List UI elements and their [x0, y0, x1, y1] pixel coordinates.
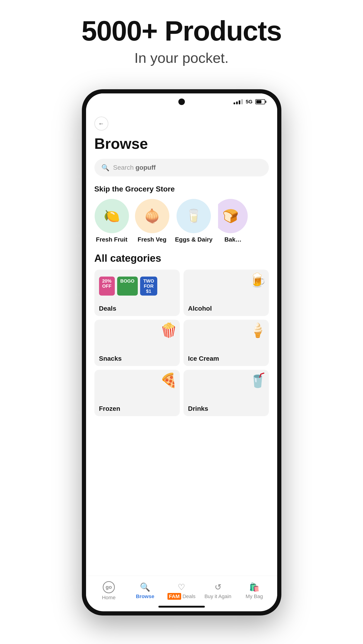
- browse-icon: 🔍: [140, 582, 150, 592]
- ice-cream-label: Ice Cream: [188, 355, 219, 362]
- nav-item-home[interactable]: go Home: [95, 581, 123, 601]
- my-bag-icon: 🛍️: [249, 582, 259, 592]
- bakery-circle: 🍞: [218, 199, 248, 233]
- alcohol-emoji: 🍺: [249, 272, 266, 288]
- grid-item-drinks[interactable]: 🥤 Drinks: [183, 370, 269, 416]
- search-bar[interactable]: 🔍 Search gopuff: [94, 159, 269, 176]
- camera-dot: [178, 98, 185, 105]
- bakery-label: Bak…: [224, 236, 241, 243]
- tag-bogo: BOGO: [117, 276, 138, 296]
- signal-bars-icon: [234, 99, 243, 104]
- hero-title: 5000+ Products: [81, 16, 281, 46]
- home-icon: go: [103, 581, 115, 593]
- fresh-veg-label: Fresh Veg: [138, 236, 166, 243]
- eggs-dairy-circle: 🥛: [177, 199, 211, 233]
- phone-screen: 5G ← Browse 🔍 Search gopu: [86, 94, 277, 611]
- nav-item-browse[interactable]: 🔍 Browse: [131, 582, 159, 600]
- nav-fam-label: FAM Deals: [167, 594, 196, 600]
- eggs-dairy-label: Eggs & Dairy: [175, 236, 213, 243]
- battery-icon: [255, 99, 265, 104]
- grid-item-deals[interactable]: 20%OFF BOGO TWOFOR$1 Deals: [94, 270, 180, 316]
- bottom-nav: go Home 🔍 Browse ♡ FAM Deals ↺ Buy it Ag…: [86, 576, 277, 606]
- battery-fill: [256, 100, 261, 104]
- drinks-emoji: 🥤: [249, 372, 266, 388]
- grid-item-frozen[interactable]: 🍕 Frozen: [94, 370, 180, 416]
- tag-twofor: TWOFOR$1: [140, 276, 158, 296]
- hero-section: 5000+ Products In your pocket.: [81, 0, 281, 75]
- nav-item-buy-again[interactable]: ↺ Buy it Again: [204, 582, 232, 600]
- status-bar: 5G: [86, 94, 277, 110]
- category-circles: 🍋 Fresh Fruit 🧅 Fresh Veg 🥛 Eggs & Dairy…: [94, 199, 269, 243]
- fam-badge: FAM: [167, 593, 181, 600]
- fresh-fruit-circle: 🍋: [95, 199, 129, 233]
- browse-title: Browse: [94, 135, 269, 152]
- all-categories-title: All categories: [94, 252, 269, 264]
- signal-label: 5G: [246, 99, 252, 105]
- alcohol-label: Alcohol: [188, 305, 212, 312]
- deals-tags: 20%OFF BOGO TWOFOR$1: [99, 276, 158, 296]
- grid-item-alcohol[interactable]: 🍺 Alcohol: [183, 270, 269, 316]
- nav-browse-label: Browse: [136, 594, 154, 600]
- phone-wrapper: 5G ← Browse 🔍 Search gopu: [82, 89, 281, 616]
- ice-cream-emoji: 🍦: [249, 322, 266, 338]
- frozen-label: Frozen: [99, 405, 120, 412]
- nav-item-my-bag[interactable]: 🛍️ My Bag: [240, 582, 268, 600]
- deals-label: Deals: [99, 305, 116, 312]
- grocery-section-title: Skip the Grocery Store: [94, 185, 269, 193]
- back-arrow-icon: ←: [98, 120, 104, 127]
- nav-my-bag-label: My Bag: [246, 594, 263, 600]
- nav-home-label: Home: [102, 594, 116, 601]
- search-placeholder: Search gopuff: [113, 164, 156, 171]
- category-bakery[interactable]: 🍞 Bak…: [218, 199, 248, 243]
- grid-item-ice-cream[interactable]: 🍦 Ice Cream: [183, 320, 269, 366]
- snacks-emoji: 🍿: [160, 322, 177, 338]
- category-fresh-veg[interactable]: 🧅 Fresh Veg: [135, 199, 170, 243]
- fresh-fruit-label: Fresh Fruit: [96, 236, 128, 243]
- phone-frame: 5G ← Browse 🔍 Search gopu: [82, 89, 281, 616]
- grid-item-snacks[interactable]: 🍿 Snacks: [94, 320, 180, 366]
- category-eggs-dairy[interactable]: 🥛 Eggs & Dairy: [175, 199, 213, 243]
- search-icon: 🔍: [101, 164, 110, 172]
- nav-item-fam-deals[interactable]: ♡ FAM Deals: [167, 582, 196, 600]
- snacks-label: Snacks: [99, 355, 122, 362]
- hero-subtitle: In your pocket.: [81, 50, 281, 66]
- status-right: 5G: [234, 99, 265, 105]
- bottom-indicator: [158, 606, 205, 608]
- back-button[interactable]: ←: [94, 116, 108, 130]
- fresh-veg-circle: 🧅: [135, 199, 169, 233]
- frozen-emoji: 🍕: [160, 372, 177, 388]
- brand-name: gopuff: [135, 164, 156, 171]
- fam-icon: ♡: [178, 582, 185, 592]
- drinks-label: Drinks: [188, 405, 208, 412]
- nav-buy-again-label: Buy it Again: [204, 594, 231, 600]
- app-content: ← Browse 🔍 Search gopuff Skip the Grocer…: [86, 110, 277, 576]
- buy-again-icon: ↺: [215, 582, 221, 592]
- category-grid: 20%OFF BOGO TWOFOR$1 Deals: [94, 270, 269, 416]
- tag-20off: 20%OFF: [99, 276, 115, 296]
- category-fresh-fruit[interactable]: 🍋 Fresh Fruit: [94, 199, 129, 243]
